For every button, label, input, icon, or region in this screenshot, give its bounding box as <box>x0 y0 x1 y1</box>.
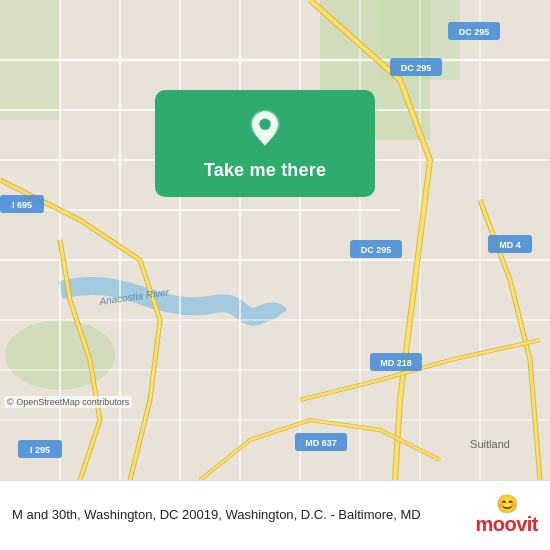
svg-text:DC 295: DC 295 <box>401 63 432 73</box>
svg-point-40 <box>259 119 270 130</box>
svg-text:MD 637: MD 637 <box>305 438 337 448</box>
map-container: DC 295 DC 295 DC 295 I 695 I 295 MD 4 MD… <box>0 0 550 480</box>
svg-text:MD 4: MD 4 <box>499 240 521 250</box>
svg-text:I 295: I 295 <box>30 445 50 455</box>
osm-attribution: © OpenStreetMap contributors <box>4 396 132 408</box>
svg-text:I 695: I 695 <box>12 200 32 210</box>
moovit-logo: 😊 moovit <box>475 495 538 536</box>
moovit-brand-name: moovit <box>475 513 538 536</box>
svg-text:DC 295: DC 295 <box>361 245 392 255</box>
take-me-there-button[interactable]: Take me there <box>204 160 326 181</box>
svg-rect-0 <box>0 0 550 480</box>
location-pin-icon <box>243 108 287 152</box>
location-card: Take me there <box>155 90 375 197</box>
svg-text:DC 295: DC 295 <box>459 27 490 37</box>
svg-text:Suitland: Suitland <box>470 438 510 450</box>
address-text: M and 30th, Washington, DC 20019, Washin… <box>12 506 467 524</box>
svg-text:MD 218: MD 218 <box>380 358 412 368</box>
bottom-bar: M and 30th, Washington, DC 20019, Washin… <box>0 480 550 550</box>
